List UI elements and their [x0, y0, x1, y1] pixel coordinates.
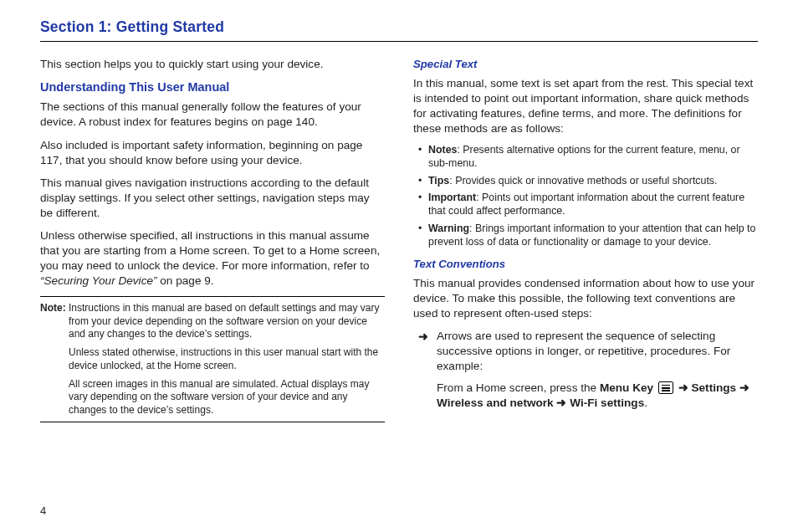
intro-paragraph: This section helps you to quickly start …	[40, 57, 385, 72]
definition-bullets: Notes: Presents alternative options for …	[413, 144, 758, 249]
page-number: 4	[40, 504, 46, 517]
sub-heading: Text Conventions	[413, 257, 758, 272]
arrow-icon: ➜	[678, 381, 688, 394]
sub-heading: Special Text	[413, 57, 758, 72]
term: Tips	[428, 175, 449, 187]
body-paragraph: Unless otherwise specified, all instruct…	[40, 228, 385, 289]
body-paragraph: This manual provides condensed informati…	[413, 276, 758, 321]
note-block: Note: Instructions in this manual are ba…	[40, 296, 385, 422]
text-run: Unless otherwise specified, all instruct…	[40, 229, 380, 272]
list-item: Notes: Presents alternative options for …	[418, 144, 758, 171]
arrow-steps: ➜ Arrows are used to represent the seque…	[413, 329, 758, 411]
nav-step: Wi-Fi settings	[570, 396, 644, 409]
two-column-layout: This section helps you to quickly start …	[40, 57, 758, 422]
example-line: From a Home screen, press the Menu Key ➜…	[437, 381, 758, 411]
nav-step: Wireless and network	[437, 396, 554, 409]
note-spacer	[40, 346, 69, 372]
left-column: This section helps you to quickly start …	[40, 57, 385, 422]
subsection-heading: Understanding This User Manual	[40, 79, 385, 95]
cross-reference: “Securing Your Device”	[40, 274, 157, 287]
note-spacer	[40, 378, 69, 417]
arrow-icon: ➜	[418, 330, 428, 345]
menu-key-icon	[658, 381, 673, 394]
text-run: .	[644, 396, 647, 409]
step-text: Arrows are used to represent the sequenc…	[437, 330, 730, 372]
note-body: Instructions in this manual are based on…	[69, 302, 385, 340]
note-body: All screen images in this manual are sim…	[69, 378, 385, 417]
list-item: ➜ Arrows are used to represent the seque…	[418, 329, 758, 411]
list-item: Warning: Brings important information to…	[418, 223, 758, 249]
section-title: Section 1: Getting Started	[40, 18, 758, 42]
nav-step: Settings	[691, 381, 736, 394]
body-paragraph: Also included is important safety inform…	[40, 138, 385, 168]
definition: : Brings important information to your a…	[428, 223, 755, 248]
definition: : Provides quick or innovative methods o…	[449, 175, 717, 187]
text-run: From a Home screen, press the	[437, 381, 600, 394]
definition: : Points out important information about…	[428, 192, 744, 217]
definition: : Presents alternative options for the c…	[428, 144, 740, 169]
body-paragraph: In this manual, some text is set apart f…	[413, 76, 758, 136]
manual-page: Section 1: Getting Started This section …	[0, 0, 798, 532]
arrow-icon: ➜	[739, 381, 749, 394]
right-column: Special Text In this manual, some text i…	[413, 57, 758, 422]
note-label: Note:	[40, 302, 69, 340]
term: Warning	[428, 223, 469, 234]
arrow-icon: ➜	[556, 396, 566, 409]
term: Notes	[428, 144, 457, 156]
list-item: Tips: Provides quick or innovative metho…	[418, 175, 758, 188]
body-paragraph: The sections of this manual generally fo…	[40, 100, 385, 130]
menu-key-label: Menu Key	[600, 381, 653, 394]
text-run: on page 9.	[157, 274, 214, 287]
list-item: Important: Points out important informat…	[418, 192, 758, 218]
note-body: Unless stated otherwise, instructions in…	[69, 346, 385, 372]
term: Important	[428, 192, 476, 203]
body-paragraph: This manual gives navigation instruction…	[40, 176, 385, 221]
